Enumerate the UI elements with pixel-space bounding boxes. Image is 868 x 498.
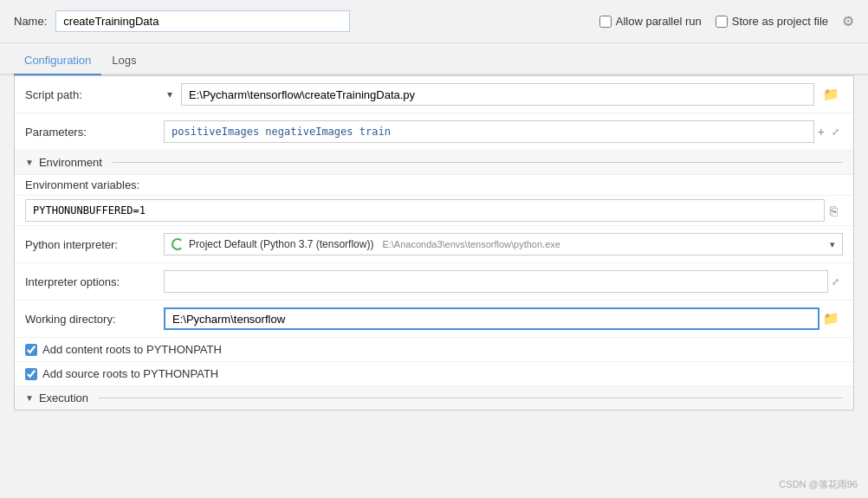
store-project-group: Store as project file [716, 15, 828, 28]
params-expand-icon[interactable]: ⤢ [828, 125, 843, 139]
working-dir-browse-icon[interactable]: 📁 [819, 309, 843, 328]
python-interpreter-row: Python interpreter: Project Default (Pyt… [15, 226, 853, 263]
script-path-browse-icon[interactable]: 📁 [819, 85, 843, 104]
add-source-roots-row: Add source roots to PYTHONPATH [15, 362, 853, 386]
execution-section-header: ▼ Execution [15, 386, 853, 410]
environment-section-title: Environment [39, 156, 102, 169]
env-vars-label: Environment variables: [25, 178, 139, 191]
store-project-checkbox[interactable] [716, 16, 728, 28]
add-content-roots-row: Add content roots to PYTHONPATH [15, 338, 853, 362]
allow-parallel-label: Allow parallel run [616, 15, 702, 28]
parameters-row: Parameters: positiveImages negativeImage… [15, 113, 853, 151]
interpreter-chevron-icon: ▾ [830, 239, 835, 250]
main-content: Script path: ▾ 📁 Parameters: positiveIma… [14, 75, 854, 411]
interpreter-spin-icon [172, 238, 184, 250]
environment-collapse-icon[interactable]: ▼ [25, 158, 34, 167]
interpreter-options-input[interactable] [164, 270, 828, 293]
env-var-input[interactable] [25, 199, 825, 222]
top-bar: Name: Allow parallel run Store as projec… [0, 0, 868, 43]
execution-section-title: Execution [39, 391, 88, 404]
python-interpreter-dropdown[interactable]: Project Default (Python 3.7 (tensorflow)… [164, 233, 843, 255]
interpreter-options-label: Interpreter options: [25, 275, 164, 288]
add-source-roots-label: Add source roots to PYTHONPATH [42, 367, 218, 380]
top-bar-right: Allow parallel run Store as project file… [599, 13, 854, 29]
script-path-row: Script path: ▾ 📁 [15, 76, 853, 113]
interpreter-options-row: Interpreter options: ⤢ [15, 263, 853, 301]
working-dir-row: Working directory: 📁 [15, 301, 853, 338]
env-var-copy-icon[interactable]: ⎘ [825, 202, 843, 220]
parameters-input[interactable]: positiveImages negativeImages train [164, 120, 814, 143]
store-project-label: Store as project file [732, 15, 828, 28]
environment-section-header: ▼ Environment [15, 151, 853, 175]
parameters-label: Parameters: [25, 126, 164, 139]
script-path-content: 📁 [176, 83, 843, 106]
interpreter-name-text: Project Default (Python 3.7 (tensorflow)… [189, 238, 373, 250]
working-dir-label: Working directory: [25, 313, 164, 326]
env-var-input-row: ⎘ [15, 196, 853, 226]
execution-section-line [99, 398, 843, 398]
add-content-roots-label: Add content roots to PYTHONPATH [42, 343, 222, 356]
script-path-label: Script path: [25, 88, 164, 101]
add-source-roots-checkbox[interactable] [25, 368, 37, 380]
add-content-roots-checkbox[interactable] [25, 344, 37, 356]
allow-parallel-checkbox[interactable] [599, 16, 612, 28]
name-input[interactable] [55, 10, 350, 32]
interpreter-options-expand-icon[interactable]: ⤢ [828, 275, 843, 289]
script-path-dropdown[interactable]: ▾ [164, 87, 176, 102]
watermark: CSDN @落花雨96 [779, 478, 858, 491]
tabs-bar: Configuration Logs [0, 47, 868, 75]
gear-icon[interactable]: ⚙ [842, 13, 854, 29]
working-dir-input[interactable] [164, 307, 819, 330]
tab-logs[interactable]: Logs [101, 47, 146, 75]
tab-configuration[interactable]: Configuration [14, 47, 101, 75]
name-label: Name: [14, 15, 47, 28]
allow-parallel-group: Allow parallel run [599, 15, 702, 28]
python-interpreter-label: Python interpreter: [25, 238, 164, 251]
env-vars-label-row: Environment variables: [15, 175, 853, 196]
script-path-input[interactable] [181, 83, 814, 106]
params-add-icon[interactable]: + [814, 123, 828, 140]
interpreter-path-text: E:\Anaconda3\envs\tensorflow\python.exe [382, 239, 560, 249]
environment-section-line [113, 162, 843, 163]
execution-collapse-icon[interactable]: ▼ [25, 393, 34, 403]
